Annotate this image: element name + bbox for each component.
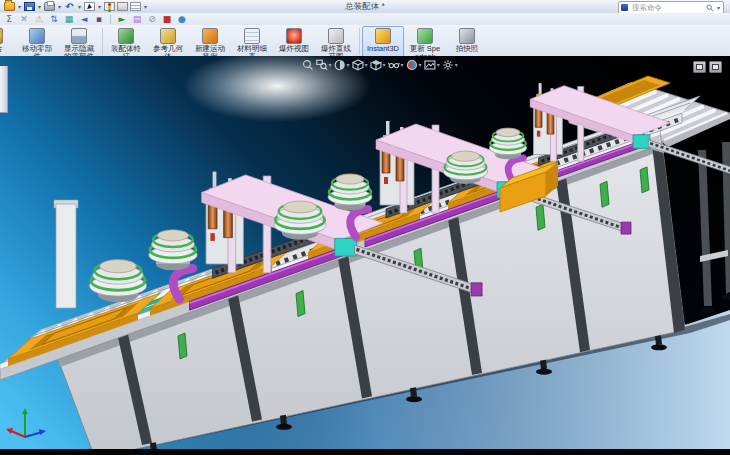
sphere-icon[interactable]: ●: [176, 14, 188, 24]
cm-button-update-speedpak[interactable]: 更新 Speedpak: [404, 26, 446, 57]
command-manager: 配合移动零部件▾显示隐藏的零部件装配体特征▾参考几何体▾新建运动算例材料明细表▾…: [0, 25, 730, 58]
new-motion-study-icon: [202, 28, 218, 44]
cm-button-show-hidden-components[interactable]: 显示隐藏的零部件: [58, 26, 100, 57]
search-dropdown-icon[interactable]: ▾: [717, 5, 720, 11]
apply-scene-icon[interactable]: ▾: [424, 59, 440, 71]
grid-icon[interactable]: ▦: [63, 14, 75, 24]
section-view-icon[interactable]: ▾: [334, 59, 350, 71]
viewport-window-buttons: [693, 61, 722, 73]
print-icon[interactable]: [44, 2, 55, 11]
restore-window-icon[interactable]: [693, 61, 706, 73]
update-speedpak-icon: [417, 28, 433, 44]
save-icon[interactable]: [24, 2, 35, 11]
save-dropdown-icon[interactable]: ▾: [38, 4, 41, 10]
cm-button-explode-line-sketch[interactable]: 爆炸直线草图: [315, 26, 357, 57]
quick-access-toolbar: ▾▾▾↶▾▾▾: [4, 2, 148, 11]
take-snapshot-icon: [459, 28, 475, 44]
stop-icon[interactable]: ■: [161, 14, 173, 24]
view-settings-icon[interactable]: ▾: [442, 59, 458, 71]
display-style-dropdown-icon[interactable]: ▾: [383, 62, 386, 68]
view-orientation-dropdown-icon[interactable]: ▾: [365, 62, 368, 68]
reference-geometry-icon: [160, 28, 176, 44]
instant3d-icon: [375, 28, 391, 44]
cm-separator: [359, 28, 360, 55]
cm-button-reference-geometry[interactable]: 参考几何体▾: [147, 26, 189, 57]
toolbar-separator: [110, 15, 111, 24]
select-cursor-icon[interactable]: [84, 2, 95, 11]
heads-up-view-toolbar: ▾▾▾▾▾▾▾▾: [302, 59, 458, 71]
search-input[interactable]: [630, 2, 704, 13]
view-settings-dropdown-icon[interactable]: ▾: [455, 62, 458, 68]
edit-appearance-icon[interactable]: ▾: [406, 59, 422, 71]
cm-button-label: Instant3D: [366, 45, 400, 53]
equations-icon[interactable]: Σ: [3, 14, 15, 24]
cm-separator: [102, 28, 103, 55]
cm-button-exploded-view[interactable]: 爆炸视图: [273, 26, 315, 57]
cm-button-instant3d[interactable]: Instant3D: [362, 26, 404, 57]
print-dropdown-icon[interactable]: ▾: [58, 4, 61, 10]
assembly-features-icon: [118, 28, 134, 44]
options-icon[interactable]: [117, 2, 128, 11]
warning-icon[interactable]: ⚠: [33, 14, 45, 24]
solidworks-window: ▾▾▾↶▾▾▾ 总装配体 * ▾ Σ✕⚠⇅▦◄▪►▤⊘■● 配合移动零部件▾显示…: [0, 0, 730, 455]
no-preview-icon[interactable]: ⊘: [146, 14, 158, 24]
hide-show-items-icon[interactable]: ▾: [388, 59, 404, 71]
cm-button-mate[interactable]: 配合: [0, 26, 16, 57]
cm-button-new-motion-study[interactable]: 新建运动算例: [189, 26, 231, 57]
featuremanager-collapsed-strip[interactable]: [0, 66, 8, 113]
select-cursor-dropdown-icon[interactable]: ▾: [98, 4, 101, 10]
rebuild-traffic-light-icon[interactable]: [104, 2, 115, 11]
cm-button-assembly-features[interactable]: 装配体特征▾: [105, 26, 147, 57]
open-file-dropdown-icon[interactable]: ▾: [18, 4, 21, 10]
point-icon[interactable]: ▪: [93, 14, 105, 24]
cm-button-bill-of-materials[interactable]: 材料明细表▾: [231, 26, 273, 57]
apply-scene-dropdown-icon[interactable]: ▾: [437, 62, 440, 68]
hide-show-items-dropdown-icon[interactable]: ▾: [401, 62, 404, 68]
close-window-icon[interactable]: [709, 61, 722, 73]
titlebar: ▾▾▾↶▾▾▾ 总装配体 * ▾: [0, 0, 730, 14]
play-motion-icon[interactable]: ►: [116, 14, 128, 24]
edit-appearance-dropdown-icon[interactable]: ▾: [419, 62, 422, 68]
zoom-to-fit-icon[interactable]: [302, 59, 314, 71]
cm-button-label: 配合: [0, 45, 12, 53]
z-axis-blue: [25, 432, 42, 437]
undo-icon[interactable]: ↶: [64, 2, 75, 11]
solidworks-search-logo-icon: [621, 4, 628, 11]
cm-button-label: 拍快照: [450, 45, 484, 53]
list-icon[interactable]: ▤: [131, 14, 143, 24]
show-hidden-components-icon: [71, 28, 87, 44]
display-style-icon[interactable]: ▾: [370, 59, 386, 71]
undo-dropdown-icon[interactable]: ▾: [78, 4, 81, 10]
bottom-border: [0, 449, 730, 455]
section-view-dropdown-icon[interactable]: ▾: [347, 62, 350, 68]
explode-line-sketch-icon: [328, 28, 344, 44]
view-orientation-icon[interactable]: ▾: [352, 59, 368, 71]
zoom-to-area-dropdown-icon[interactable]: ▾: [329, 62, 332, 68]
file-properties-dropdown-icon[interactable]: ▾: [144, 4, 147, 10]
open-file-icon[interactable]: [4, 2, 15, 11]
exploded-view-icon: [286, 28, 302, 44]
graphics-viewport[interactable]: ▾▾▾▾▾▾▾▾: [0, 56, 730, 449]
cm-button-label: 爆炸视图: [277, 45, 311, 53]
model-3d-view[interactable]: [0, 56, 730, 449]
zoom-to-area-icon[interactable]: ▾: [316, 59, 332, 71]
cm-button-take-snapshot[interactable]: 拍快照: [446, 26, 488, 57]
mate-icon: [0, 28, 3, 44]
reorder-icon[interactable]: ⇅: [48, 14, 60, 24]
orientation-triad: [4, 404, 48, 446]
cm-button-move-component[interactable]: 移动零部件▾: [16, 26, 58, 57]
search-icon[interactable]: [706, 4, 714, 12]
file-properties-icon[interactable]: [130, 2, 141, 11]
bill-of-materials-icon: [244, 28, 260, 44]
move-component-icon: [29, 28, 45, 44]
cancel-icon[interactable]: ✕: [18, 14, 30, 24]
back-icon[interactable]: ◄: [78, 14, 90, 24]
